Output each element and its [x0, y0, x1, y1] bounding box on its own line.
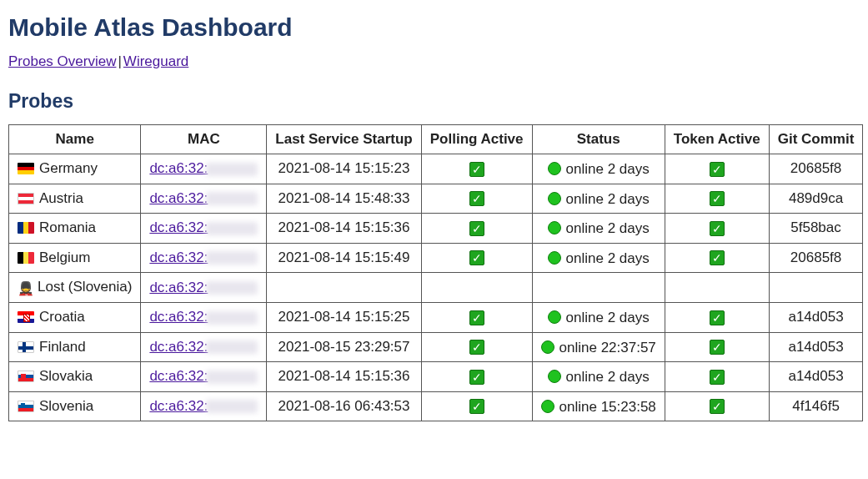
- cell-last-startup: 2021-08-14 15:15:36: [267, 362, 421, 392]
- link-probes-overview[interactable]: Probes Overview: [8, 53, 116, 69]
- mac-redacted: [206, 371, 258, 384]
- section-title: Probes: [8, 90, 860, 113]
- check-icon: ✓: [469, 370, 484, 385]
- cell-token-active: [665, 273, 769, 303]
- status-text: online 15:23:58: [559, 398, 656, 414]
- mac-redacted: [206, 311, 258, 325]
- lost-icon: 💂: [18, 280, 34, 296]
- mac-link[interactable]: dc:a6:32:: [149, 339, 208, 355]
- cell-status: online 2 days: [532, 362, 665, 392]
- cell-polling-active: [421, 273, 532, 303]
- cell-polling-active: ✓: [421, 332, 532, 362]
- cell-name: Austria: [9, 184, 141, 214]
- cell-status: online 2 days: [532, 184, 665, 214]
- cell-name: Slovenia: [9, 391, 141, 421]
- cell-status: online 2 days: [532, 154, 665, 184]
- mac-redacted: [206, 222, 258, 235]
- mac-link[interactable]: dc:a6:32:: [149, 250, 208, 265]
- cell-git-commit: a14d053: [769, 362, 863, 392]
- mac-redacted: [206, 163, 258, 176]
- cell-token-active: ✓: [665, 332, 769, 362]
- flag-icon: [18, 311, 34, 323]
- table-row: Finlanddc:a6:32:2021-08-15 23:29:57✓onli…: [9, 332, 863, 362]
- cell-polling-active: ✓: [421, 184, 532, 214]
- mac-link[interactable]: dc:a6:32:: [149, 309, 208, 325]
- col-token: Token Active: [665, 125, 769, 154]
- online-dot-icon: [548, 251, 561, 265]
- cell-polling-active: ✓: [421, 391, 532, 421]
- status-text: online 2 days: [566, 310, 650, 325]
- cell-token-active: ✓: [665, 184, 769, 214]
- cell-last-startup: 2021-08-14 15:48:33: [267, 184, 421, 214]
- mac-redacted: [206, 251, 258, 265]
- mac-redacted: [206, 281, 258, 295]
- cell-mac: dc:a6:32:: [141, 214, 267, 244]
- cell-name: Belgium: [9, 243, 141, 273]
- online-dot-icon: [548, 310, 561, 324]
- probe-name: Austria: [39, 190, 83, 206]
- probe-name: Belgium: [39, 250, 90, 265]
- online-dot-icon: [548, 162, 561, 175]
- nav-separator: |: [116, 53, 123, 69]
- cell-status: [532, 273, 665, 303]
- mac-redacted: [206, 340, 258, 354]
- flag-icon: [18, 341, 34, 353]
- online-dot-icon: [541, 340, 554, 354]
- cell-git-commit: [769, 273, 863, 303]
- table-row: Belgiumdc:a6:32:2021-08-14 15:15:49✓onli…: [9, 243, 863, 273]
- cell-token-active: ✓: [665, 362, 769, 392]
- top-nav: Probes Overview|Wireguard: [8, 53, 860, 70]
- cell-polling-active: ✓: [421, 214, 532, 244]
- check-icon: ✓: [469, 399, 484, 414]
- cell-token-active: ✓: [665, 303, 769, 333]
- cell-last-startup: 2021-08-14 15:15:23: [267, 154, 421, 184]
- table-row: Austriadc:a6:32:2021-08-14 15:48:33✓onli…: [9, 184, 863, 214]
- cell-last-startup: [267, 273, 421, 303]
- table-row: Sloveniadc:a6:32:2021-08-16 06:43:53✓onl…: [9, 391, 863, 421]
- probes-table: Name MAC Last Service Startup Polling Ac…: [8, 124, 863, 421]
- col-status: Status: [532, 125, 665, 154]
- mac-link[interactable]: dc:a6:32:: [149, 190, 208, 206]
- cell-mac: dc:a6:32:: [141, 303, 267, 333]
- check-icon: ✓: [469, 221, 484, 236]
- cell-mac: dc:a6:32:: [141, 273, 267, 303]
- cell-git-commit: 20685f8: [769, 243, 863, 273]
- check-icon: ✓: [710, 340, 725, 355]
- cell-token-active: ✓: [665, 243, 769, 273]
- mac-link[interactable]: dc:a6:32:: [149, 398, 208, 414]
- cell-mac: dc:a6:32:: [141, 154, 267, 184]
- cell-polling-active: ✓: [421, 243, 532, 273]
- probe-name: Slovenia: [39, 398, 93, 414]
- mac-link[interactable]: dc:a6:32:: [149, 160, 208, 176]
- cell-token-active: ✓: [665, 154, 769, 184]
- cell-mac: dc:a6:32:: [141, 391, 267, 421]
- cell-git-commit: 20685f8: [769, 154, 863, 184]
- cell-token-active: ✓: [665, 391, 769, 421]
- check-icon: ✓: [710, 162, 725, 177]
- check-icon: ✓: [710, 399, 725, 414]
- check-icon: ✓: [469, 162, 484, 177]
- mac-link[interactable]: dc:a6:32:: [149, 368, 208, 384]
- cell-status: online 22:37:57: [532, 332, 665, 362]
- col-git: Git Commit: [769, 125, 863, 154]
- check-icon: ✓: [469, 191, 484, 206]
- flag-icon: [18, 371, 34, 382]
- col-name: Name: [9, 125, 141, 154]
- cell-polling-active: ✓: [421, 154, 532, 184]
- mac-link[interactable]: dc:a6:32:: [149, 280, 208, 295]
- table-row: Slovakiadc:a6:32:2021-08-14 15:15:36✓onl…: [9, 362, 863, 392]
- cell-status: online 2 days: [532, 303, 665, 333]
- cell-status: online 2 days: [532, 243, 665, 273]
- flag-icon: [18, 163, 34, 174]
- cell-token-active: ✓: [665, 214, 769, 244]
- link-wireguard[interactable]: Wireguard: [123, 53, 188, 69]
- check-icon: ✓: [469, 310, 484, 325]
- cell-name: Romania: [9, 214, 141, 244]
- mac-link[interactable]: dc:a6:32:: [149, 219, 208, 235]
- probe-name: Lost (Slovenia): [38, 279, 132, 295]
- probe-name: Finland: [39, 339, 86, 355]
- check-icon: ✓: [469, 250, 484, 265]
- check-icon: ✓: [710, 370, 725, 385]
- mac-redacted: [206, 400, 258, 413]
- status-text: online 22:37:57: [559, 339, 656, 355]
